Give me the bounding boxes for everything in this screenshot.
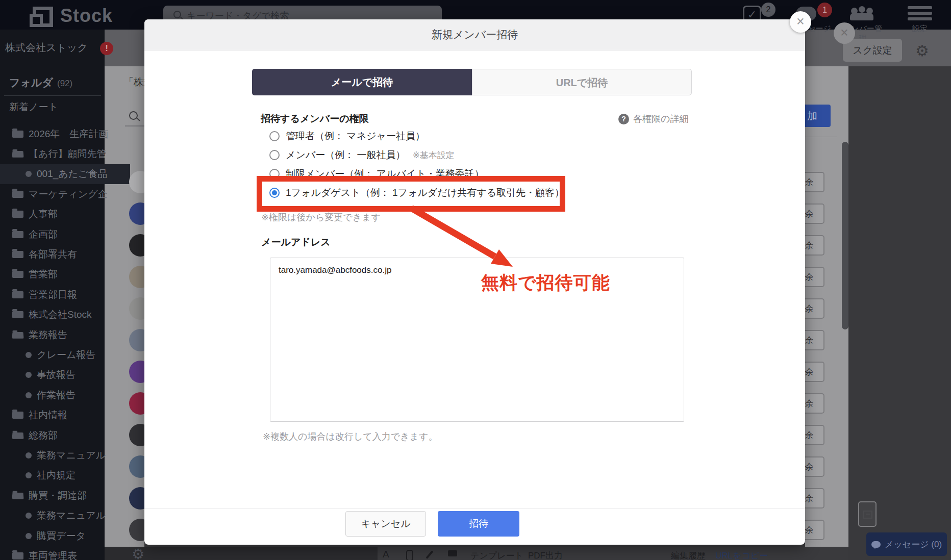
- sidebar-item[interactable]: マーケティング企: [0, 184, 117, 204]
- folder-open-icon: [12, 493, 23, 499]
- sidebar-item[interactable]: 001_あたご食品: [0, 164, 130, 184]
- sidebar-item-label: クレーム報告: [37, 348, 95, 362]
- radio-icon[interactable]: [269, 150, 280, 160]
- divider: [805, 137, 837, 137]
- radio-icon[interactable]: [269, 169, 280, 179]
- sidebar-gear-icon[interactable]: ⚙: [132, 546, 144, 560]
- copy-url-button[interactable]: URLをコピー: [715, 550, 768, 560]
- pdf-export-button[interactable]: PDF出力: [528, 550, 563, 560]
- sidebar-item-label: 社内規定: [37, 469, 76, 482]
- email-input[interactable]: taro.yamada@abcfoods.co.jp: [270, 258, 684, 422]
- cancel-button[interactable]: キャンセル: [345, 511, 426, 537]
- folder-icon: [12, 271, 23, 278]
- sidebar-item[interactable]: クレーム報告: [0, 345, 130, 365]
- sidebar-item-label: 各部署共有: [29, 248, 77, 261]
- sidebar-item[interactable]: 業務報告: [0, 325, 117, 345]
- sidebar-item[interactable]: 作業報告: [0, 385, 130, 405]
- collapse-panel-button[interactable]: [858, 501, 877, 527]
- font-style-icon[interactable]: A: [383, 549, 389, 560]
- print-icon[interactable]: [448, 548, 457, 559]
- template-button[interactable]: テンプレート: [470, 550, 523, 560]
- task-settings-tab[interactable]: スク設定: [843, 39, 902, 62]
- folder-open-icon: [12, 151, 23, 158]
- permission-option-label: 制限メンバー（例： アルバイト・業務委託）: [286, 167, 484, 181]
- sidebar-item[interactable]: 各部署共有: [0, 244, 117, 264]
- attachment-icon[interactable]: [406, 550, 413, 560]
- note-dot-icon: [26, 533, 32, 539]
- question-icon: ?: [618, 114, 629, 124]
- message-button-label: メッセージ (0): [885, 539, 942, 550]
- org-name: 株式会社ストック: [5, 41, 88, 55]
- permission-help-link[interactable]: ? 各権限の詳細: [618, 113, 688, 125]
- sidebar-item-label: 業務マニュアル: [37, 449, 106, 462]
- sidebar-item[interactable]: 株式会社Stock: [0, 305, 117, 325]
- pen-icon[interactable]: [429, 550, 431, 560]
- sidebar-item-label: 作業報告: [37, 389, 76, 402]
- sidebar-item[interactable]: 社内規定: [0, 466, 130, 486]
- gear-icon[interactable]: ⚙: [915, 42, 929, 60]
- folders-label: フォルダ: [9, 77, 53, 88]
- stock-logo-text: Stock: [60, 5, 113, 27]
- sidebar-item[interactable]: 社内情報: [0, 405, 117, 425]
- sidebar-item-new-notes[interactable]: 新着ノート: [9, 100, 58, 114]
- chat-bubble-icon: [871, 541, 881, 548]
- tab-invite-by-url[interactable]: URLで招待: [472, 69, 692, 95]
- sidebar-item[interactable]: 企画部: [0, 224, 117, 244]
- sidebar-item-label: 001_あたご食品: [37, 167, 108, 181]
- permission-section-label: 招待するメンバーの権限: [261, 112, 369, 125]
- permission-option-label: 1フォルダゲスト（例： 1フォルダだけ共有する取引先・顧客）: [286, 186, 564, 199]
- folder-icon: [12, 412, 23, 419]
- sidebar-item-label: 社内情報: [29, 409, 67, 422]
- email-hint: ※複数人の場合は改行して入力できます。: [263, 430, 437, 443]
- folders-heading: フォルダ(92): [9, 75, 72, 90]
- permission-option[interactable]: 管理者（例： マネジャー社員）: [269, 127, 425, 145]
- radio-icon[interactable]: [269, 131, 280, 141]
- stock-logo-icon: [30, 7, 48, 25]
- permission-option[interactable]: 1フォルダゲスト（例： 1フォルダだけ共有する取引先・顧客）: [269, 184, 564, 202]
- edit-history-button[interactable]: 編集履歴: [671, 550, 706, 560]
- sidebar-item[interactable]: 購買データ: [0, 526, 130, 546]
- back-modal-close-button[interactable]: ×: [834, 22, 855, 44]
- permission-option[interactable]: メンバー（例： 一般社員）※基本設定: [269, 146, 455, 164]
- sidebar-item[interactable]: 【あ行】顧問先管: [0, 144, 117, 164]
- sidebar-item-label: マーケティング企: [29, 188, 108, 201]
- sidebar-item[interactable]: 車両管理表: [0, 546, 117, 560]
- folder-icon: [12, 251, 23, 258]
- sidebar-item[interactable]: 人事部: [0, 205, 117, 224]
- tab-invite-by-mail[interactable]: メールで招待: [252, 69, 472, 95]
- sidebar-item-label: 業務マニュアル: [37, 509, 106, 522]
- modal-close-button[interactable]: ×: [790, 11, 811, 33]
- member-admin-icon[interactable]: [849, 6, 874, 21]
- invite-button[interactable]: 招待: [438, 511, 519, 537]
- modal-header: 新規メンバー招待: [144, 19, 805, 50]
- sidebar-item[interactable]: 総務部: [0, 425, 117, 445]
- permission-option-note: ※基本設定: [413, 149, 455, 161]
- member-search-icon: [129, 111, 138, 120]
- scrollbar-thumb[interactable]: [842, 142, 848, 329]
- sidebar-item[interactable]: 購買・調達部: [0, 486, 117, 505]
- sidebar-item[interactable]: 業務マニュアル: [0, 445, 130, 465]
- permission-option[interactable]: 制限メンバー（例： アルバイト・業務委託）: [269, 165, 484, 183]
- sidebar-item[interactable]: 営業部日報: [0, 285, 117, 304]
- sidebar-item[interactable]: 事故報告: [0, 365, 130, 385]
- note-dot-icon: [26, 452, 32, 459]
- dimmed-background-bottom-left: [105, 547, 378, 560]
- org-alert-badge: !: [100, 42, 113, 55]
- search-icon: [173, 11, 181, 18]
- radio-selected-icon[interactable]: [269, 188, 280, 198]
- message-count-badge: 1: [817, 3, 832, 17]
- sidebar-item[interactable]: 営業部: [0, 265, 117, 285]
- sidebar-item-label: 車両管理表: [29, 549, 77, 560]
- sidebar-item-label: 人事部: [29, 208, 58, 221]
- sidebar-item[interactable]: 2026年 生産計画: [0, 124, 117, 144]
- message-panel-button[interactable]: メッセージ (0): [866, 532, 947, 556]
- settings-menu-icon[interactable]: [908, 6, 932, 21]
- note-dot-icon: [26, 472, 32, 478]
- sidebar-item[interactable]: 業務マニュアル: [0, 506, 130, 526]
- folder-icon: [12, 552, 23, 559]
- permission-option-label: メンバー（例： 一般社員）: [286, 148, 406, 162]
- sidebar-item-label: 総務部: [29, 429, 58, 442]
- folder-icon: [12, 191, 23, 198]
- sidebar-item-label: 購買・調達部: [29, 489, 87, 502]
- folder-open-icon: [12, 332, 23, 338]
